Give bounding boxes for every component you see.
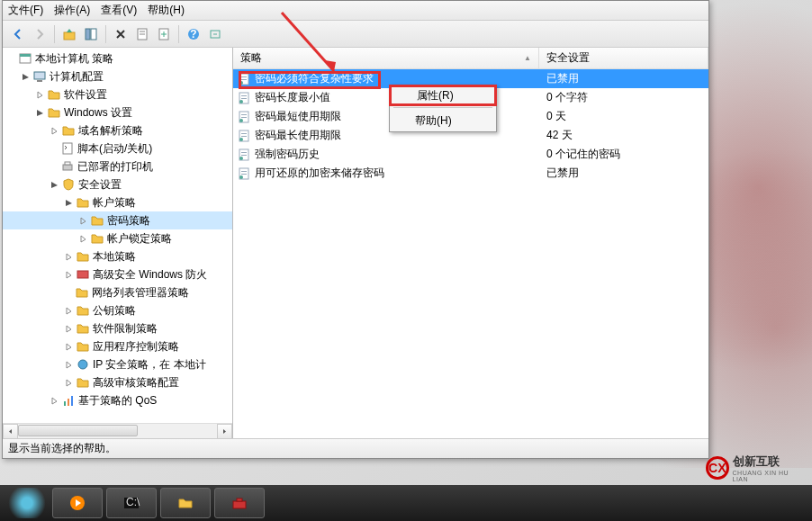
tree-wfas[interactable]: 高级安全 Windows 防火 <box>3 265 232 283</box>
svg-rect-13 <box>37 80 42 82</box>
policy-name: 用可还原的加密来储存密码 <box>255 166 384 181</box>
expander-open-icon <box>33 106 46 119</box>
tree-lockout-policy[interactable]: 帐户锁定策略 <box>3 229 232 247</box>
folder-icon <box>47 87 61 102</box>
context-menu-help[interactable]: 帮助(H) <box>390 110 496 131</box>
expander-closed-icon <box>62 322 75 335</box>
policy-item-icon <box>237 91 251 105</box>
svg-rect-32 <box>241 117 247 118</box>
up-button[interactable] <box>59 24 79 44</box>
export-button[interactable] <box>154 24 174 44</box>
folder-icon <box>75 285 89 300</box>
tree[interactable]: 本地计算机 策略 计算机配置 软件设置 Windows 设置 <box>3 48 232 423</box>
tree-label: IP 安全策略，在 本地计 <box>93 357 206 373</box>
computer-icon <box>32 69 47 84</box>
folder-icon <box>90 231 104 246</box>
svg-rect-31 <box>241 114 247 115</box>
tree-audit[interactable]: 高级审核策略配置 <box>3 373 232 391</box>
start-button[interactable] <box>5 488 49 518</box>
taskbar-cmd[interactable]: C:\ <box>106 488 157 518</box>
tree-password-policy[interactable]: 密码策略 <box>3 211 232 229</box>
svg-rect-35 <box>241 133 247 134</box>
context-menu: 属性(R) 帮助(H) <box>389 85 497 132</box>
window-body: 本地计算机 策略 计算机配置 软件设置 Windows 设置 <box>3 48 708 438</box>
policy-value: 已禁用 <box>539 71 708 86</box>
svg-rect-20 <box>68 399 69 406</box>
watermark-logo: CX 创新互联 CHUANG XIN HU LIAN <box>706 454 805 481</box>
statusbar: 显示当前选择的帮助。 <box>3 438 708 458</box>
context-menu-properties[interactable]: 属性(R) <box>389 85 497 106</box>
menubar: 文件(F) 操作(A) 查看(V) 帮助(H) <box>3 1 708 21</box>
menu-file[interactable]: 文件(F) <box>8 3 43 18</box>
expander-closed-icon <box>62 250 75 263</box>
scroll-thumb[interactable] <box>18 425 138 436</box>
tree-label: 高级审核策略配置 <box>93 375 179 391</box>
show-hide-tree-button[interactable] <box>81 24 101 44</box>
tree-dns[interactable]: 域名解析策略 <box>3 121 232 139</box>
tree-label: 基于策略的 QoS <box>78 393 157 409</box>
svg-rect-12 <box>34 72 45 79</box>
refresh-button[interactable] <box>205 24 225 44</box>
tree-qos[interactable]: 基于策略的 QoS <box>3 391 232 409</box>
svg-rect-21 <box>71 396 73 406</box>
svg-rect-0 <box>64 32 75 40</box>
policy-value: 42 天 <box>539 128 708 143</box>
logo-text: 创新互联 <box>733 454 805 470</box>
statusbar-text: 显示当前选择的帮助。 <box>8 441 116 456</box>
taskbar[interactable]: C:\ <box>0 485 812 521</box>
taskbar-media-player[interactable] <box>52 488 103 518</box>
toolbar: ? <box>3 21 708 48</box>
svg-point-25 <box>239 81 243 85</box>
tree-computer-config[interactable]: 计算机配置 <box>3 67 232 85</box>
policy-icon <box>18 51 32 66</box>
tree-app-control[interactable]: 应用程序控制策略 <box>3 337 232 355</box>
svg-rect-44 <box>241 174 247 175</box>
expander-closed-icon <box>48 124 60 137</box>
tree-public-key[interactable]: 公钥策略 <box>3 301 232 319</box>
list-row[interactable]: 强制密码历史0 个记住的密码 <box>233 145 708 164</box>
tree-scripts[interactable]: 脚本(启动/关机) <box>3 139 232 157</box>
tree-hscrollbar[interactable] <box>3 423 232 438</box>
policy-value: 0 个记住的密码 <box>539 147 708 162</box>
properties-button[interactable] <box>132 24 152 44</box>
menu-view[interactable]: 查看(V) <box>101 3 137 18</box>
tree-printers[interactable]: 已部署的打印机 <box>3 157 232 175</box>
folder-icon <box>76 339 90 354</box>
list-row[interactable]: 用可还原的加密来储存密码已禁用 <box>233 164 708 183</box>
printer-icon <box>60 159 75 174</box>
tree-label: 公钥策略 <box>93 303 136 319</box>
forward-button[interactable] <box>30 24 50 44</box>
scroll-track[interactable] <box>18 424 217 439</box>
svg-rect-39 <box>241 152 247 153</box>
column-label: 策略 <box>240 50 262 66</box>
tree-label: 计算机配置 <box>50 69 104 85</box>
tree-software-settings[interactable]: 软件设置 <box>3 85 232 103</box>
toolbar-separator <box>178 25 179 43</box>
scroll-left-button[interactable] <box>3 424 18 439</box>
delete-button[interactable] <box>111 24 131 44</box>
list-header: 策略 ▲ 安全设置 <box>233 48 708 69</box>
policy-item-icon <box>237 129 251 143</box>
scroll-right-button[interactable] <box>217 424 232 439</box>
column-header-setting[interactable]: 安全设置 <box>539 48 708 68</box>
tree-ipsec[interactable]: IP 安全策略，在 本地计 <box>3 355 232 373</box>
tree-label: 软件限制策略 <box>93 321 158 337</box>
tree-label: 本地策略 <box>93 249 136 265</box>
back-button[interactable] <box>8 24 28 44</box>
tree-local-policy[interactable]: 本地策略 <box>3 247 232 265</box>
help-button[interactable]: ? <box>184 24 203 44</box>
tree-nlm[interactable]: 网络列表管理器策略 <box>3 283 232 301</box>
menu-action[interactable]: 操作(A) <box>54 3 90 18</box>
tree-account-policy[interactable]: 帐户策略 <box>3 193 232 211</box>
policy-item-icon <box>237 148 251 162</box>
menu-help[interactable]: 帮助(H) <box>148 3 185 18</box>
tree-software-restrict[interactable]: 软件限制策略 <box>3 319 232 337</box>
tree-security[interactable]: 安全设置 <box>3 175 232 193</box>
tree-windows-settings[interactable]: Windows 设置 <box>3 103 232 121</box>
column-header-policy[interactable]: 策略 ▲ <box>233 48 539 68</box>
svg-rect-17 <box>77 271 88 278</box>
taskbar-toolbox[interactable] <box>214 488 265 518</box>
svg-rect-1 <box>86 29 90 40</box>
taskbar-explorer[interactable] <box>160 488 211 518</box>
tree-root[interactable]: 本地计算机 策略 <box>3 49 232 67</box>
